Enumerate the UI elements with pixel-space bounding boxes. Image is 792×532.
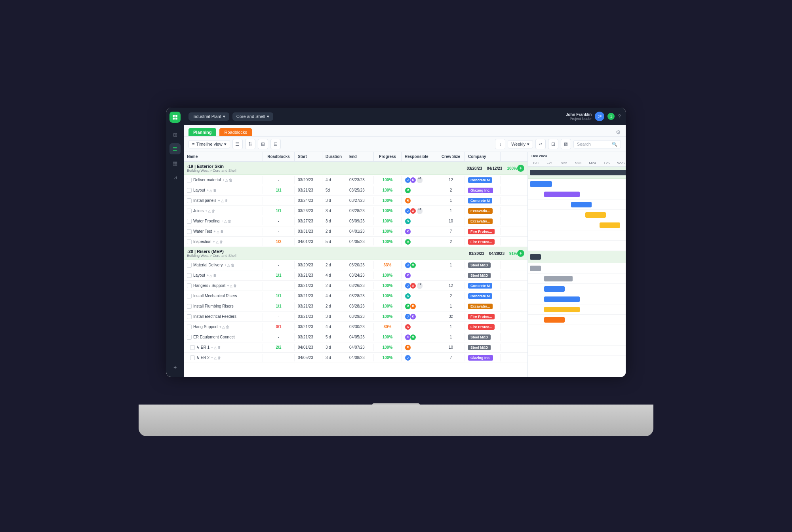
week-F21: F21: [543, 160, 557, 166]
task-actions: +△🗑: [205, 209, 215, 213]
task-checkbox[interactable]: [187, 304, 192, 309]
task-checkbox[interactable]: [190, 345, 195, 350]
gantt-bar-install-panels[interactable]: [571, 202, 592, 207]
bookmark-icon-btn[interactable]: ⊠: [561, 139, 571, 149]
task-checkbox[interactable]: [187, 273, 192, 278]
group2-add-btn[interactable]: +: [517, 250, 524, 257]
task-end: 03/23/23: [346, 176, 374, 184]
task-checkbox[interactable]: [187, 263, 192, 268]
task-crew: 1: [437, 207, 465, 215]
gantt-row-joints: [528, 210, 626, 220]
gantt-row-hang-support: ⚑: [528, 325, 626, 335]
task-crew: 7: [437, 354, 465, 361]
group2-end: 04/28/23: [489, 251, 505, 256]
task-row: Install Electrical Feeders - 03/21/23 3 …: [184, 312, 527, 322]
task-end: 03/30/23: [346, 323, 374, 331]
gantt-bar-layout1[interactable]: [544, 192, 580, 197]
notification-badge[interactable]: 1: [607, 113, 615, 120]
task-company: Concrete M: [465, 197, 501, 204]
settings-icon[interactable]: ⚙: [616, 129, 621, 135]
task-checkbox[interactable]: [187, 294, 192, 298]
gantt-row-elec-feeders: [528, 315, 626, 325]
gantt-bar-mat-delivery[interactable]: [530, 266, 541, 271]
task-checkbox[interactable]: [187, 219, 192, 224]
columns-icon-btn[interactable]: ⊟: [270, 139, 281, 149]
task-checkbox[interactable]: [187, 283, 192, 288]
sidebar-icon-grid[interactable]: ⊞: [169, 129, 181, 140]
section-dropdown[interactable]: Core and Shell ▾: [232, 112, 273, 121]
svg-rect-2: [173, 118, 175, 120]
gantt-bar-hangers[interactable]: [544, 286, 565, 292]
gantt-bar-mech-risers[interactable]: [544, 296, 580, 302]
sidebar-icon-filter[interactable]: ⊿: [169, 172, 181, 183]
task-name: Install Plumbing Risers: [184, 302, 263, 310]
task-start: 04/01/23: [295, 238, 322, 245]
user-avatar: JF: [595, 112, 604, 121]
task-roadblocks: -: [263, 333, 295, 341]
gantt-bar-joints[interactable]: [585, 212, 606, 218]
group-icon-btn[interactable]: ⊞: [258, 139, 268, 149]
task-duration: 3 d: [322, 313, 346, 320]
task-progress: 100%: [374, 217, 402, 225]
group-subtitle-risers: Building West > Core and Shell: [187, 254, 469, 258]
task-checkbox[interactable]: [187, 198, 192, 203]
task-crew: 10: [437, 344, 465, 351]
sort-icon-btn[interactable]: ⇅: [245, 139, 255, 149]
col-header-name: Name: [184, 152, 263, 161]
gantt-month: Dec 2023: [528, 152, 626, 160]
filter-icon-btn[interactable]: ☰: [232, 139, 243, 149]
gantt-bar-elec-feeders[interactable]: [544, 317, 565, 323]
project-dropdown[interactable]: Industrial Plant ▾: [188, 112, 229, 121]
download-icon-btn[interactable]: ↓: [495, 139, 505, 149]
group-row-risers[interactable]: -20 | Risers (MEP) Building West > Core …: [184, 247, 527, 260]
task-checkbox[interactable]: [187, 209, 192, 213]
prev-icon-btn[interactable]: ‹‹: [535, 139, 546, 149]
task-end: 04/01/23: [346, 228, 374, 235]
view-dropdown[interactable]: ≡ Timeline view ▾: [188, 140, 230, 148]
task-checkbox[interactable]: [190, 355, 195, 360]
help-icon[interactable]: ?: [618, 113, 621, 120]
task-company: Concrete M: [465, 282, 501, 289]
task-checkbox[interactable]: [187, 229, 192, 234]
task-name: ↳ ER 1 +△🗑: [184, 344, 263, 352]
task-responsible: JA+2: [402, 206, 437, 216]
task-start: 03/21/23: [295, 292, 322, 300]
task-progress: 100%: [374, 186, 402, 194]
gantt-month-label: Dec 2023: [528, 153, 550, 159]
task-checkbox[interactable]: [187, 239, 192, 244]
task-start: 03/20/23: [295, 176, 322, 184]
sidebar-icon-list[interactable]: ☰: [169, 143, 181, 154]
group-add-btn[interactable]: +: [517, 165, 524, 172]
gantt-bar-layout2[interactable]: [544, 276, 573, 281]
task-checkbox[interactable]: [187, 188, 192, 193]
gantt-bar-waterproofing[interactable]: [600, 222, 620, 228]
task-end: 03/09/23: [346, 217, 374, 225]
group-start: 03/20/23: [467, 166, 482, 171]
task-roadblocks: 1/1: [263, 186, 295, 194]
weekly-dropdown[interactable]: Weekly ▾: [508, 140, 533, 148]
group-row-exterior[interactable]: -19 | Exterior Skin Building West > Core…: [184, 162, 527, 175]
task-responsible: R: [402, 343, 437, 352]
gantt-bar-plumb-risers[interactable]: [544, 307, 580, 312]
tab-planning[interactable]: Planning: [188, 128, 216, 136]
gantt-bar-deliver[interactable]: [530, 181, 552, 187]
sidebar-icon-compass[interactable]: ✦: [169, 362, 181, 373]
gantt-row-layout: [528, 189, 626, 200]
search-box[interactable]: Search 🔍: [573, 140, 621, 148]
svg-rect-3: [175, 118, 177, 120]
app-logo[interactable]: [169, 112, 181, 123]
copy-icon-btn[interactable]: ⊡: [548, 139, 558, 149]
task-checkbox[interactable]: [187, 335, 192, 340]
task-progress: 100%: [374, 302, 402, 310]
task-responsible: JA+2: [402, 281, 437, 291]
task-progress: 100%: [374, 197, 402, 204]
tab-roadblocks[interactable]: Roadblocks: [219, 128, 251, 136]
task-responsible: R: [402, 196, 437, 205]
task-checkbox[interactable]: [187, 314, 192, 319]
task-checkbox[interactable]: [187, 325, 192, 329]
task-end: 04/05/23: [346, 333, 374, 341]
task-checkbox[interactable]: [187, 178, 192, 182]
sidebar-icon-chart[interactable]: ▦: [169, 158, 181, 169]
task-crew: 2: [437, 292, 465, 300]
col-header-crew: Crew Size: [437, 152, 465, 161]
